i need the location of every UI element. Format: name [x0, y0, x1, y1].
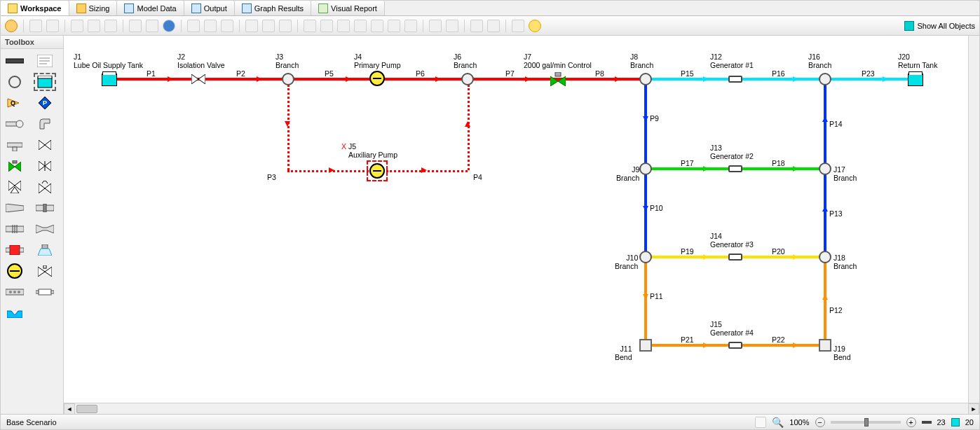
tool-pump[interactable]	[5, 263, 25, 279]
junction-J12-generator[interactable]	[728, 76, 742, 83]
junction-J9-branch[interactable]	[639, 162, 652, 175]
zoom-out-icon[interactable]: 🔍	[772, 417, 784, 428]
junction-J11-bend[interactable]	[639, 339, 652, 352]
layout5-button[interactable]	[388, 20, 400, 32]
separator	[239, 20, 240, 32]
label-P17: P17	[681, 159, 694, 167]
junction-J6-branch[interactable]	[461, 73, 474, 85]
tool-check-valve[interactable]	[35, 158, 55, 174]
help-icon[interactable]	[5, 20, 18, 32]
layout3-button[interactable]	[354, 20, 367, 32]
props-button[interactable]	[512, 20, 524, 32]
tool-tee[interactable]	[5, 137, 25, 153]
tab-workspace[interactable]: Workspace	[1, 1, 69, 15]
align-button[interactable]	[404, 20, 417, 32]
redo-button[interactable]	[46, 20, 59, 32]
zoom-slider[interactable]	[831, 421, 901, 424]
tool-heat-exchanger[interactable]	[5, 284, 25, 300]
find-button[interactable]	[245, 20, 258, 32]
pipe-p3-v[interactable]	[287, 85, 290, 170]
tab-output[interactable]: Output	[184, 1, 235, 15]
junction-J1-tank[interactable]	[102, 74, 117, 86]
tool-pipe[interactable]	[5, 53, 25, 69]
tool-annotation[interactable]	[35, 53, 55, 69]
tool-general[interactable]	[5, 242, 25, 258]
pipe-orange-right[interactable]	[824, 257, 826, 347]
tool-reservoir[interactable]	[35, 74, 55, 90]
global-button[interactable]	[163, 20, 175, 32]
font-bigger-button[interactable]	[262, 20, 275, 32]
delete-button[interactable]	[146, 20, 158, 32]
tab-sizing[interactable]: Sizing	[69, 1, 118, 15]
layout-button[interactable]	[320, 20, 333, 32]
junction-J20-tank[interactable]	[908, 74, 923, 86]
tool-component[interactable]	[35, 284, 55, 300]
tool-valve[interactable]	[35, 137, 55, 153]
align2-button[interactable]	[429, 20, 442, 32]
tab-model-data[interactable]: Model Data	[117, 1, 184, 15]
tool-spray[interactable]	[35, 242, 55, 258]
scrollbar-vertical[interactable]	[968, 36, 979, 403]
cut-button[interactable]	[71, 20, 83, 32]
junction-J19-bend[interactable]	[819, 339, 831, 352]
pipe-p4-h[interactable]	[386, 170, 468, 172]
tool-venturi[interactable]	[35, 221, 55, 237]
junction-J8-branch[interactable]	[639, 73, 652, 85]
junction-J5-pump[interactable]	[369, 163, 385, 179]
junction-J10-branch[interactable]	[639, 251, 652, 263]
copy-button[interactable]	[88, 20, 100, 32]
lightbulb-icon[interactable]	[529, 20, 541, 32]
layout4-button[interactable]	[371, 20, 383, 32]
junction-J17-branch[interactable]	[819, 162, 831, 175]
pan-button[interactable]	[204, 20, 217, 32]
junction-J7-control-valve[interactable]	[550, 72, 564, 83]
font-smaller-button[interactable]	[279, 20, 292, 32]
pointer-button[interactable]	[187, 20, 200, 32]
zoom-button[interactable]	[221, 20, 233, 32]
tool-relief-valve[interactable]	[35, 179, 55, 195]
junction-J18-branch[interactable]	[819, 251, 831, 263]
workspace-canvas[interactable]: J1Lube Oil Supply Tank J2Isolation Valve…	[64, 36, 979, 403]
align3-button[interactable]	[446, 20, 458, 32]
pipe-p4-v[interactable]	[468, 85, 470, 170]
layout2-button[interactable]	[337, 20, 350, 32]
tool-dead-end[interactable]	[5, 116, 25, 132]
pipe-orange-left[interactable]	[644, 257, 647, 347]
tab-visual-report[interactable]: Visual Report	[311, 1, 385, 15]
duplicate-button[interactable]	[129, 20, 142, 32]
junction-J13-generator[interactable]	[728, 165, 742, 172]
tool-volume-balance[interactable]	[35, 263, 55, 279]
tool-assigned-pressure[interactable]: P	[35, 95, 55, 111]
table-button[interactable]	[470, 20, 483, 32]
scroll-thumb[interactable]	[76, 405, 97, 413]
zoom-plus-icon[interactable]: +	[906, 417, 916, 427]
tool-three-way[interactable]	[5, 179, 25, 195]
tool-screen[interactable]	[5, 221, 25, 237]
tool-branch[interactable]	[5, 74, 25, 90]
undo-button[interactable]	[29, 20, 42, 32]
scroll-left-button[interactable]: ◄	[64, 403, 75, 414]
zoom-minus-icon[interactable]: −	[815, 417, 825, 427]
tool-control-valve[interactable]	[5, 158, 25, 174]
junction-J16-branch[interactable]	[819, 73, 831, 85]
pipe-cyan-top2[interactable]	[825, 78, 915, 81]
show-all-objects-link[interactable]: Show All Objects	[904, 21, 975, 31]
tab-graph-results[interactable]: Graph Results	[235, 1, 311, 15]
lock-button[interactable]	[487, 20, 500, 32]
junction-J3-branch[interactable]	[282, 73, 294, 85]
junction-J2-valve[interactable]	[191, 74, 205, 84]
junction-J4-pump[interactable]	[369, 71, 385, 86]
tool-bend[interactable]	[35, 116, 55, 132]
scrollbar-horizontal[interactable]: ◄ ►	[64, 403, 979, 414]
tool-assigned-flow[interactable]: Q	[5, 95, 25, 111]
pipe-p3-h[interactable]	[287, 170, 369, 172]
swap-button[interactable]	[304, 20, 316, 32]
junction-J14-generator[interactable]	[728, 254, 742, 261]
tool-orifice[interactable]	[35, 200, 55, 216]
snap-button[interactable]	[755, 417, 766, 428]
junction-J15-generator[interactable]	[728, 342, 742, 349]
scroll-right-button[interactable]: ►	[968, 403, 979, 414]
tool-weir[interactable]	[5, 305, 25, 321]
tool-area-change[interactable]	[5, 200, 25, 216]
paste-button[interactable]	[104, 20, 117, 32]
